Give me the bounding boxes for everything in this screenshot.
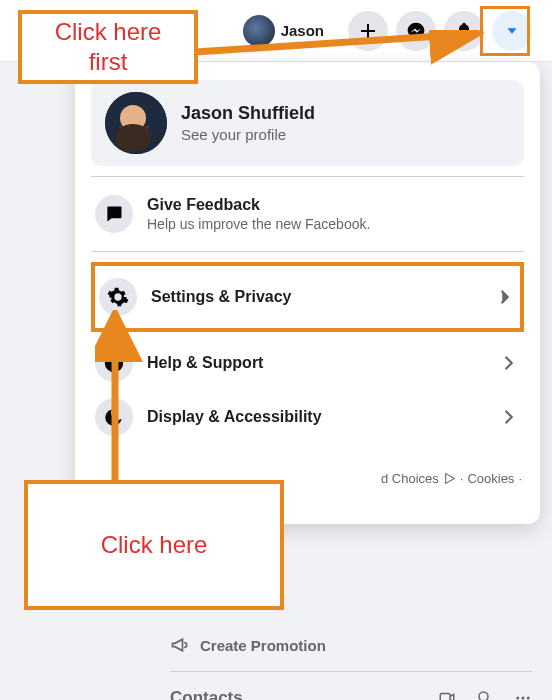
help-title: Help & Support [147, 354, 498, 372]
help-support-row[interactable]: Help & Support [75, 336, 540, 390]
more-icon[interactable] [514, 689, 532, 700]
callout-1-text: Click here first [36, 17, 180, 77]
svg-point-11 [527, 697, 530, 700]
contacts-header: Contacts [170, 688, 532, 700]
display-title: Display & Accessibility [147, 408, 498, 426]
callout-click-here-first: Click here first [18, 10, 198, 84]
callout-2-text: Click here [101, 530, 208, 560]
adchoices-icon [443, 472, 456, 485]
svg-point-7 [479, 692, 488, 700]
chevron-right-icon [498, 406, 520, 428]
megaphone-icon [170, 635, 190, 655]
divider [91, 176, 524, 177]
dot: · [460, 471, 464, 486]
account-dropdown-panel: Jason Shuffield See your profile Give Fe… [75, 62, 540, 524]
search-icon[interactable] [476, 689, 494, 700]
messenger-icon [406, 21, 426, 41]
svg-rect-6 [440, 694, 450, 701]
avatar-img [105, 92, 167, 154]
settings-title: Settings & Privacy [151, 288, 494, 306]
bell-icon [454, 21, 474, 41]
svg-point-2 [115, 124, 151, 152]
notifications-button[interactable] [444, 11, 484, 51]
callout-click-here: Click here [24, 480, 284, 610]
give-feedback-row[interactable]: Give Feedback Help us improve the new Fa… [75, 187, 540, 241]
feedback-title: Give Feedback [147, 196, 520, 214]
display-accessibility-row[interactable]: Display & Accessibility [75, 390, 540, 444]
settings-highlight-box: Settings & Privacy [91, 262, 524, 332]
under-section: Create Promotion Contacts [170, 635, 532, 700]
svg-point-9 [516, 697, 519, 700]
feedback-sub: Help us improve the new Facebook. [147, 216, 520, 232]
cookies-link[interactable]: Cookies [467, 471, 514, 486]
profile-card[interactable]: Jason Shuffield See your profile [91, 80, 524, 166]
moon-icon [95, 398, 133, 436]
divider [91, 251, 524, 252]
profile-card-sub: See your profile [181, 126, 315, 143]
create-promotion-row[interactable]: Create Promotion [170, 635, 532, 655]
profile-card-name: Jason Shuffield [181, 103, 315, 124]
messenger-button[interactable] [396, 11, 436, 51]
panel-footer-links: d Choices · Cookies · [381, 471, 522, 486]
plus-icon [358, 21, 378, 41]
profile-name[interactable]: Jason [281, 22, 324, 39]
feedback-icon [95, 195, 133, 233]
question-icon [95, 344, 133, 382]
new-room-icon[interactable] [438, 689, 456, 700]
settings-privacy-row[interactable]: Settings & Privacy [95, 266, 520, 328]
dropdown-highlight-box [480, 6, 530, 56]
dot: · [518, 471, 522, 486]
svg-point-10 [522, 697, 525, 700]
create-promotion-label: Create Promotion [200, 637, 326, 654]
chevron-right-icon [498, 352, 520, 374]
contacts-label: Contacts [170, 688, 243, 700]
gear-icon [99, 278, 137, 316]
chevron-right-icon [494, 286, 516, 308]
avatar [105, 92, 167, 154]
create-button[interactable] [348, 11, 388, 51]
profile-story-avatar[interactable] [243, 15, 275, 47]
adchoices-text[interactable]: d Choices [381, 471, 439, 486]
divider [170, 671, 532, 672]
